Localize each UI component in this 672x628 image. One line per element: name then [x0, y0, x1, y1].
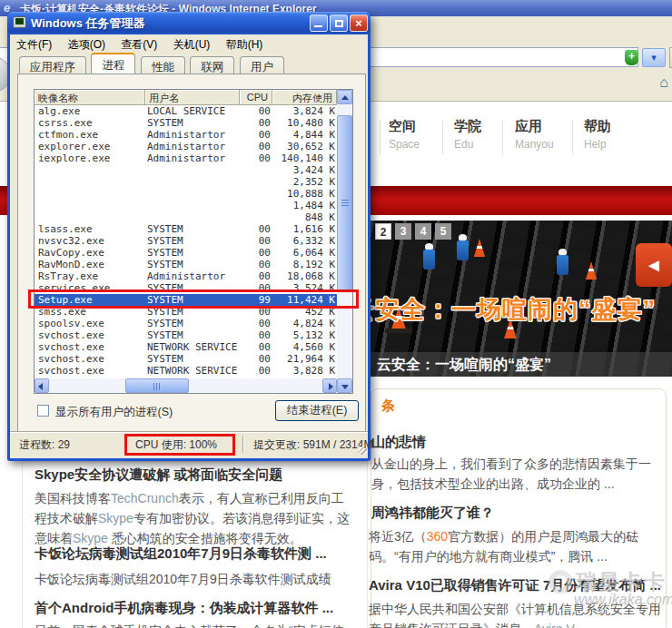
- process-cell-cpu: 00: [240, 235, 271, 247]
- process-row[interactable]: iexplore.exeAdministartor00140,140 K: [35, 152, 337, 164]
- scroll-up-button[interactable]: [337, 90, 352, 104]
- process-cell-name: spoolsv.exe: [38, 318, 143, 329]
- scroll-right-button[interactable]: [322, 378, 337, 393]
- nav-sublabel: Manyou: [515, 138, 554, 151]
- miniature-worker-figure: [423, 250, 435, 270]
- menu-view[interactable]: 查看(V): [114, 34, 163, 53]
- status-process-count: 进程数: 29: [19, 437, 70, 453]
- news-title[interactable]: 卡饭论坛病毒测试组2010年7月9日杀毒软件测 ...: [35, 545, 327, 563]
- nav-item-manyou[interactable]: 应用 Manyou: [515, 118, 554, 151]
- vertical-scrollbar-thumb[interactable]: [337, 115, 352, 290]
- process-cell-user: Administartor: [147, 141, 238, 152]
- column-header-image-name[interactable]: 映像名称: [35, 90, 145, 105]
- nav-label: 应用: [515, 118, 554, 135]
- task-manager-title: Windows 任务管理器: [31, 15, 145, 32]
- process-row[interactable]: 3,424 K: [35, 164, 337, 176]
- process-cell-user: SYSTEM: [147, 223, 238, 235]
- process-row[interactable]: RsTray.exeAdministartor0018,068 K: [35, 270, 337, 282]
- nav-item-edu[interactable]: 学院 Edu: [454, 118, 481, 151]
- process-row[interactable]: nvsvc32.exeSYSTEM006,332 K: [35, 235, 337, 247]
- nav-item-space[interactable]: 空间 Space: [389, 118, 420, 151]
- nav-label: 学院: [454, 118, 481, 135]
- news-body: 将近3亿（360官方数据）的用户是周鸿最大的砝码。“有用户的地方就有商业模式”，…: [369, 526, 662, 566]
- process-cell-mem: 4,560 K: [272, 341, 335, 353]
- carousel-page-5[interactable]: 5: [435, 223, 451, 240]
- process-row[interactable]: 848 K: [35, 211, 337, 223]
- process-row[interactable]: 1,484 K: [35, 200, 337, 211]
- menu-help[interactable]: 帮助(H): [220, 34, 270, 53]
- arrow-up-icon: [341, 95, 349, 100]
- miniature-worker-figure: [457, 240, 469, 260]
- process-row[interactable]: alg.exeLOCAL SERVICE003,824 K: [35, 105, 337, 117]
- carousel-page-4[interactable]: 4: [415, 223, 431, 240]
- scroll-left-button[interactable]: [35, 378, 49, 393]
- process-row[interactable]: 2,352 K: [35, 176, 337, 188]
- vertical-scrollbar[interactable]: [337, 90, 352, 393]
- news-title[interactable]: 首个Android手机病毒现身：伪装成计算器软件 ...: [35, 600, 333, 617]
- process-row[interactable]: explorer.exeAdministartor0030,652 K: [35, 141, 337, 152]
- close-button[interactable]: ×: [350, 15, 368, 32]
- process-cell-name: alg.exe: [38, 105, 143, 117]
- shield-plus-icon[interactable]: +: [625, 50, 638, 65]
- maximize-button[interactable]: [330, 15, 348, 32]
- thumb-grip: [153, 383, 161, 390]
- process-row[interactable]: RavMonD.exeSYSTEM008,192 K: [35, 259, 337, 270]
- nav-item-help[interactable]: 帮助 Help: [584, 118, 611, 151]
- news-title[interactable]: 山的悲情: [371, 434, 426, 451]
- menu-file[interactable]: 文件(F): [10, 34, 58, 53]
- process-cell-cpu: 00: [240, 329, 271, 341]
- news-title[interactable]: 周鸿祎都能灭了谁？: [371, 505, 494, 522]
- banner-caption[interactable]: 云安全：一场喧闹的“盛宴”: [377, 352, 551, 377]
- process-cell-mem: 5,132 K: [272, 329, 335, 341]
- menu-shutdown[interactable]: 关机(U): [167, 34, 217, 53]
- minimize-button[interactable]: [310, 15, 328, 32]
- horizontal-scrollbar[interactable]: [35, 378, 337, 393]
- column-header-user-name[interactable]: 用户名: [145, 90, 240, 105]
- end-process-button[interactable]: 结束进程(E): [275, 400, 359, 421]
- address-dropdown-button[interactable]: ▾: [642, 48, 666, 67]
- process-cell-mem: 1,616 K: [272, 223, 335, 235]
- process-row[interactable]: 10,888 K: [35, 188, 337, 200]
- arrow-right-icon: [329, 383, 333, 390]
- traffic-cone: [584, 261, 598, 280]
- process-table-body: alg.exeLOCAL SERVICE003,824 Kcsrss.exeSY…: [35, 105, 337, 378]
- task-manager-titlebar[interactable]: Windows 任务管理器 ×: [7, 12, 371, 34]
- annotation-box-cpu-usage: [124, 434, 235, 456]
- process-cell-user: SYSTEM: [147, 353, 238, 365]
- home-icon[interactable]: ⌂: [656, 74, 672, 91]
- process-cell-mem: 6,064 K: [272, 247, 335, 259]
- process-row[interactable]: RavCopy.exeSYSTEM006,064 K: [35, 247, 337, 259]
- traffic-cone: [472, 239, 487, 257]
- process-row[interactable]: svchost.exeNETWORK SERVICE004,560 K: [35, 341, 337, 353]
- process-cell-cpu: 00: [240, 259, 271, 270]
- process-row[interactable]: svchost.exeNETWORK SERVICE003,828 K: [35, 365, 337, 377]
- process-row[interactable]: ctfmon.exeAdministartor004,844 K: [35, 129, 337, 141]
- news-title[interactable]: Skype安全协议遭破解 或将面临安全问题: [35, 466, 282, 484]
- process-row[interactable]: spoolsv.exeSYSTEM004,824 K: [35, 318, 337, 329]
- column-header-memory[interactable]: 内存使用: [272, 90, 337, 105]
- scroll-down-button[interactable]: [337, 378, 352, 393]
- news-title[interactable]: Avira V10已取得销售许可证 7月份有望发布简 ...: [369, 577, 661, 594]
- process-cell-name: svchost.exe: [38, 365, 143, 377]
- process-cell-name: csrss.exe: [38, 117, 143, 129]
- miniature-worker-figure: [557, 255, 568, 275]
- process-cell-mem: 10,888 K: [272, 188, 335, 200]
- show-all-processes-checkbox[interactable]: [37, 405, 49, 417]
- divider: [242, 436, 243, 453]
- carousel-page-3[interactable]: 3: [395, 223, 411, 240]
- menu-options[interactable]: 选项(O): [62, 34, 112, 53]
- column-header-cpu[interactable]: CPU: [240, 90, 272, 105]
- horizontal-scrollbar-thumb[interactable]: [125, 378, 189, 393]
- process-row[interactable]: csrss.exeSYSTEM0010,480 K: [35, 117, 337, 129]
- process-row[interactable]: svchost.exeSYSTEM0021,964 K: [35, 353, 337, 365]
- carousel-left-arrow[interactable]: ◄: [636, 243, 672, 287]
- process-cell-user: SYSTEM: [147, 247, 238, 259]
- process-row[interactable]: svchost.exeSYSTEM005,132 K: [35, 329, 337, 341]
- divider: [380, 120, 380, 154]
- process-row[interactable]: lsass.exeSYSTEM001,616 K: [35, 223, 337, 235]
- news-body: 据中华人民共和国公安部《计算机信息系统安全专用产品销售许可证目录》消息，Avir…: [369, 599, 662, 628]
- process-cell-cpu: 00: [240, 117, 271, 129]
- carousel-page-2[interactable]: 2: [375, 223, 391, 240]
- process-cell-user: SYSTEM: [147, 329, 238, 341]
- resize-grip[interactable]: [358, 446, 367, 455]
